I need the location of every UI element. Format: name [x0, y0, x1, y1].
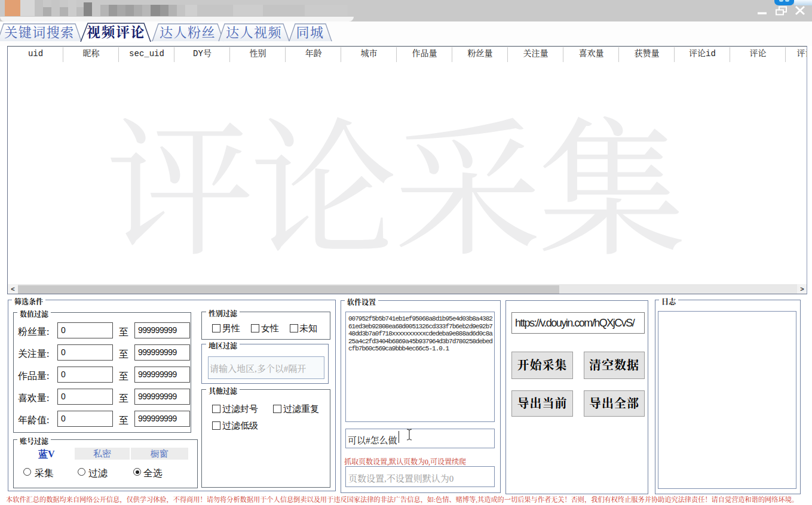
svg-text:同城: 同城 — [296, 25, 324, 40]
svg-text:关键词搜索: 关键词搜索 — [4, 25, 75, 40]
svg-text:达人粉丝: 达人粉丝 — [160, 25, 216, 40]
svg-text:视频评论: 视频评论 — [87, 25, 145, 40]
svg-text:达人视频: 达人视频 — [226, 25, 282, 40]
